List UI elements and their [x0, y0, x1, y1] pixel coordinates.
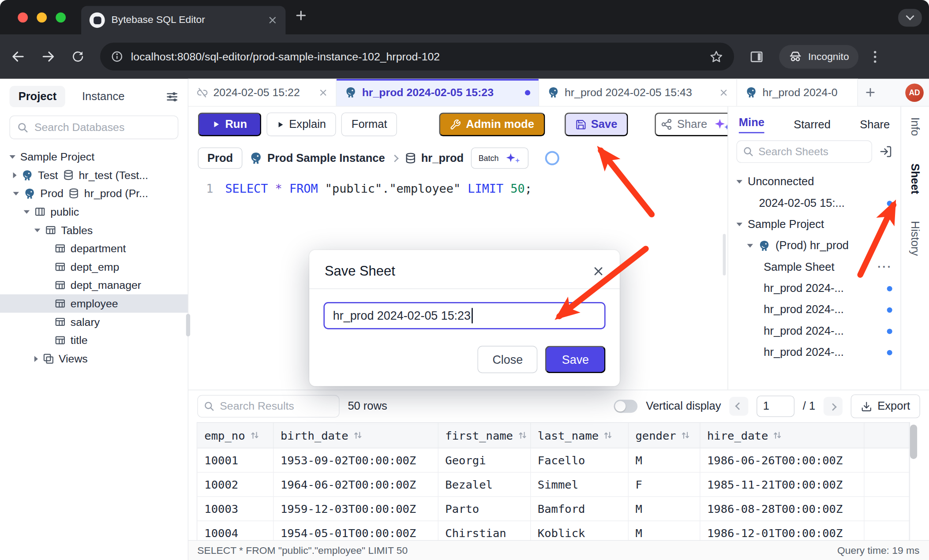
chevron-down-icon[interactable] [34, 228, 40, 232]
zoom-window-button[interactable] [56, 12, 66, 22]
chevron-down-icon[interactable] [736, 223, 742, 226]
close-dialog-icon[interactable] [592, 265, 604, 277]
open-sheet-icon[interactable] [879, 145, 892, 158]
minimize-window-button[interactable] [37, 12, 47, 22]
sheet-item[interactable]: hr_prod 2024-... [728, 321, 901, 342]
export-button[interactable]: Export [851, 395, 920, 418]
close-button[interactable]: Close [478, 346, 538, 373]
sql-editor-line[interactable]: 1 SELECT * FROM "public"."employee" LIMI… [188, 181, 727, 195]
results-search-input[interactable] [220, 400, 333, 413]
column-header-emp-no[interactable]: emp_no [197, 423, 273, 448]
sort-icon[interactable] [603, 430, 613, 440]
sheet-search[interactable] [736, 140, 872, 163]
database-search-input[interactable] [34, 121, 171, 134]
tab-history[interactable]: History [909, 221, 922, 256]
sort-icon[interactable] [681, 430, 690, 440]
chevron-down-icon[interactable] [747, 244, 753, 247]
prev-page-button[interactable] [729, 397, 748, 416]
column-header-birth-date[interactable]: birth_date [273, 423, 438, 448]
chevron-down-icon[interactable] [24, 210, 30, 213]
browser-tab[interactable]: Bytebase SQL Editor [81, 6, 285, 34]
sort-icon[interactable] [773, 430, 782, 440]
panel-resize-handle[interactable] [723, 234, 726, 276]
sort-icon[interactable] [353, 430, 362, 440]
admin-mode-button[interactable]: Admin mode [439, 112, 545, 136]
tree-item-test-instance[interactable]: Test hr_test (Test... [0, 166, 188, 184]
close-tab-icon[interactable] [268, 15, 277, 25]
sheet-item[interactable]: hr_prod 2024-... [728, 342, 901, 363]
column-header-gender[interactable]: gender [628, 423, 700, 448]
editor-tab-4[interactable]: hr_prod 2024-0 [737, 79, 858, 106]
tab-instance[interactable]: Instance [82, 90, 124, 103]
tree-item-tables-group[interactable]: Tables [0, 221, 188, 239]
tab-sheet[interactable]: Sheet [909, 163, 922, 194]
close-icon[interactable] [719, 88, 728, 97]
column-header-last-name[interactable]: last_name [530, 423, 628, 448]
browser-menu-icon[interactable] [874, 51, 876, 63]
chevron-down-icon[interactable] [736, 180, 742, 183]
sidebar-resize-handle[interactable] [186, 314, 190, 336]
reload-icon[interactable] [71, 50, 85, 63]
tree-item-table-employee[interactable]: employee [0, 295, 188, 313]
side-panel-icon[interactable] [749, 49, 764, 63]
sheet-item[interactable]: hr_prod 2024-... [728, 278, 901, 299]
site-info-icon[interactable] [111, 50, 123, 63]
more-actions-icon[interactable]: ··· [877, 261, 892, 274]
back-icon[interactable] [11, 49, 26, 64]
new-browser-tab-button[interactable] [295, 9, 307, 21]
chevron-right-icon[interactable] [13, 172, 17, 178]
column-header-first-name[interactable]: first_name [438, 423, 531, 448]
tree-item-table-department[interactable]: department [0, 239, 188, 258]
results-search[interactable] [197, 395, 339, 418]
environment-chip[interactable]: Prod [198, 147, 243, 168]
tree-item-prod-instance[interactable]: Prod hr_prod (Pr... [0, 184, 188, 203]
sheet-item[interactable]: 2024-02-05 15:... [728, 193, 901, 214]
forward-icon[interactable] [41, 49, 56, 64]
format-button[interactable]: Format [341, 112, 397, 136]
batch-button[interactable]: Batch [471, 147, 528, 168]
sheet-group-database[interactable]: (Prod) hr_prod [728, 235, 901, 256]
tree-item-table-dept-manager[interactable]: dept_manager [0, 276, 188, 295]
close-icon[interactable] [319, 88, 328, 97]
editor-tab-2-active[interactable]: hr_prod 2024-02-05 15:23 [337, 79, 539, 106]
database-crumb[interactable]: hr_prod [405, 152, 464, 165]
chevron-right-icon[interactable] [34, 356, 38, 362]
run-button[interactable]: Run [198, 112, 262, 136]
chevron-down-icon[interactable] [13, 191, 19, 195]
instance-crumb[interactable]: Prod Sample Instance [250, 152, 385, 165]
tree-item-project[interactable]: Sample Project [0, 147, 188, 166]
tree-item-table-dept-emp[interactable]: dept_emp [0, 258, 188, 276]
sheet-name-input[interactable]: hr_prod 2024-02-05 15:23 [323, 302, 605, 329]
share-button[interactable]: Share [655, 112, 736, 136]
tab-search-button[interactable] [898, 9, 922, 26]
filter-sliders-icon[interactable] [166, 90, 178, 103]
sheet-group-project[interactable]: Sample Project [728, 214, 901, 235]
tree-item-views-group[interactable]: Views [0, 349, 188, 368]
tab-starred[interactable]: Starred [794, 118, 831, 131]
sheet-search-input[interactable] [758, 146, 865, 158]
tree-item-table-salary[interactable]: salary [0, 313, 188, 331]
vertical-display-toggle[interactable] [614, 400, 638, 413]
new-editor-tab-button[interactable] [858, 79, 883, 106]
sheet-item[interactable]: Sample Sheet ··· [728, 257, 901, 278]
database-search[interactable] [9, 116, 178, 139]
editor-tab-3[interactable]: hr_prod 2024-02-05 15:43 [539, 79, 737, 106]
sheet-group-unconnected[interactable]: Unconnected [728, 171, 901, 192]
user-avatar[interactable]: AD [905, 83, 924, 102]
scrollbar-thumb[interactable] [910, 425, 917, 459]
tab-mine[interactable]: Mine [739, 116, 764, 133]
sort-icon[interactable] [250, 430, 259, 440]
explain-button[interactable]: Explain [266, 112, 336, 136]
column-header-hire-date[interactable]: hire_date [700, 423, 864, 448]
tree-item-schema-public[interactable]: public [0, 202, 188, 221]
results-scrollbar[interactable] [910, 425, 917, 540]
next-page-button[interactable] [824, 397, 843, 416]
tab-info[interactable]: Info [909, 117, 922, 136]
chevron-down-icon[interactable] [9, 155, 15, 158]
tab-project[interactable]: Project [9, 86, 65, 107]
page-number-input[interactable] [757, 396, 794, 417]
sort-icon[interactable] [518, 430, 527, 440]
save-sheet-button[interactable]: Save [564, 112, 628, 136]
bookmark-star-icon[interactable] [709, 49, 723, 63]
tree-item-table-title[interactable]: title [0, 331, 188, 350]
